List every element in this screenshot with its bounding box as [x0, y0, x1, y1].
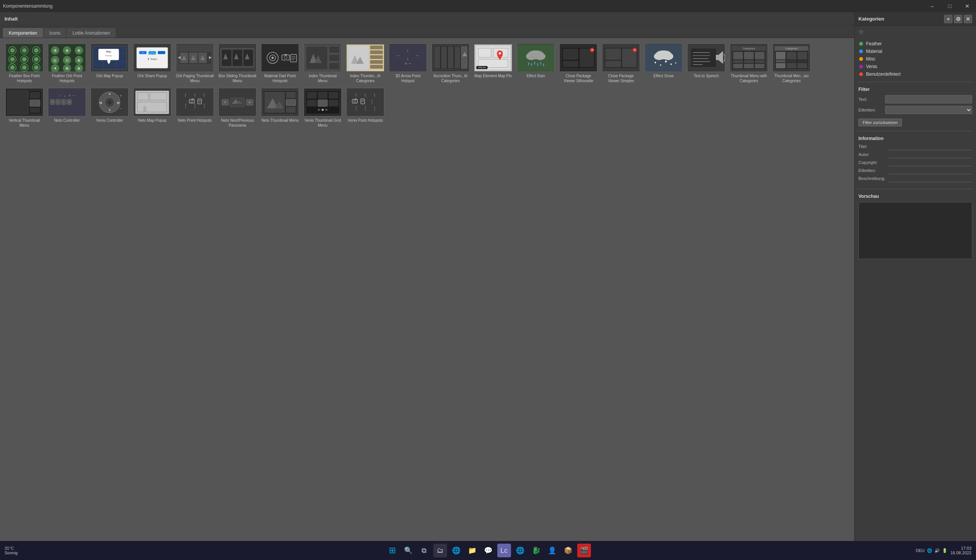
- category-feather[interactable]: Feather: [856, 40, 974, 48]
- svg-rect-179: [744, 63, 753, 68]
- tab-lottie[interactable]: Lottie Animationen: [67, 28, 116, 38]
- taskbar-app9[interactable]: 📦: [561, 543, 575, 557]
- svg-point-123: [499, 52, 501, 54]
- filter-etiketten-select[interactable]: [885, 106, 972, 114]
- component-thumb-menu-categories2[interactable]: Categories Thumbnail Men...wo Categories: [771, 42, 812, 85]
- component-material-dart-point[interactable]: Material Dart Point Hotspots: [260, 42, 300, 85]
- category-dot-feather: [859, 42, 863, 46]
- svg-rect-191: [776, 63, 785, 68]
- component-label: Feather Orb Point Hotspots: [48, 73, 86, 83]
- start-button[interactable]: ⊞: [385, 543, 399, 557]
- component-index-thumb-menu[interactable]: Index Thumbnail Menu: [302, 42, 343, 85]
- minimize-button[interactable]: –: [924, 0, 941, 12]
- taskbar-app7[interactable]: 🐉: [529, 543, 543, 557]
- svg-rect-173: [744, 52, 753, 59]
- component-neto-map-popup[interactable]: Neto Map Popup: [132, 87, 173, 129]
- filter-section: Filter Text: Etiketten: Filter zurückset…: [854, 84, 976, 129]
- svg-text:✦: ✦: [670, 62, 673, 66]
- component-index-thumb-categories[interactable]: Index Thumbn...th Categories: [345, 42, 386, 85]
- taskview-button[interactable]: ⧉: [417, 543, 431, 557]
- taskbar-app8[interactable]: 👤: [545, 543, 559, 557]
- svg-text:»: »: [68, 99, 70, 103]
- component-neto-next-prev-pan[interactable]: « » Neto Next/Previous Panorama: [217, 87, 258, 129]
- taskbar-app3[interactable]: 📁: [465, 543, 479, 557]
- component-effect-rain[interactable]: Effect Rain: [515, 42, 556, 85]
- taskbar-left: 31°C Sonnig: [5, 546, 17, 555]
- component-orb-paging-thumb[interactable]: ◀ ▶ Orb Paging Thumbnail Menu: [174, 42, 215, 85]
- taskbar-app1[interactable]: 🗂: [434, 543, 447, 557]
- tab-komponenten[interactable]: Komponenten: [3, 28, 43, 38]
- svg-text:⋮: ⋮: [354, 105, 359, 110]
- component-vertical-thumb-menu[interactable]: Vertical Thumbnail Menu: [4, 87, 45, 129]
- component-neto-controller[interactable]: « ‹ › » ↑ ↓ + − Neto Controller: [47, 87, 87, 129]
- component-feather-box-point[interactable]: Feather Box Point Hotspots: [4, 42, 45, 85]
- component-text-to-speech[interactable]: Text to Speech: [686, 42, 727, 85]
- tray-battery-icon: 🔋: [942, 548, 948, 553]
- svg-text:Node two: Node two: [478, 67, 486, 68]
- filter-etiketten-row: Etiketten:: [858, 106, 972, 114]
- component-close-pkg-silhouette[interactable]: ✕ Close Package Viewer Silhouette: [558, 42, 599, 85]
- svg-text:«: «: [224, 99, 227, 104]
- component-orb-share-popup[interactable]: Share f ⬆ Teilen Orb Share Popup: [132, 42, 173, 85]
- categories-header: Kategorien + ⚙ ✕: [854, 12, 976, 26]
- category-benutzerdefiniert[interactable]: Benutzerdefiniert: [856, 70, 974, 78]
- taskbar-app10[interactable]: 🎬: [577, 543, 591, 557]
- svg-rect-54: [148, 51, 156, 54]
- component-effect-snow[interactable]: ✦ ✦ ✦ ✦ ✦ Effect Snow: [643, 42, 684, 85]
- taskbar-app4[interactable]: 💬: [481, 543, 495, 557]
- svg-text:⋮: ⋮: [202, 103, 207, 108]
- preview-title: Vorschau: [858, 193, 972, 199]
- svg-rect-145: [606, 48, 621, 59]
- svg-rect-193: [797, 63, 807, 68]
- svg-text:◀: ◀: [99, 100, 102, 104]
- category-material[interactable]: Material: [856, 48, 974, 55]
- close-window-button[interactable]: ✕: [959, 0, 976, 12]
- category-misc[interactable]: Misc: [856, 55, 974, 63]
- component-box-sliding-thumb[interactable]: Box Sliding Thumbnail Menu: [217, 42, 258, 85]
- component-venis-point-hotspots[interactable]: ↑ ↑ ↑ ⋮ ⋮ ⋮ ⋮ Venis Po: [345, 87, 386, 129]
- svg-rect-90: [329, 46, 339, 53]
- svg-point-12: [34, 57, 38, 62]
- component-feather-orb-point[interactable]: ⊕ ⊕ ⊕ ◎ ☷ ⊕ ✦ ⊕: [47, 42, 87, 85]
- svg-text:▼: ▼: [108, 108, 112, 112]
- svg-text:⊕: ⊕: [77, 58, 80, 62]
- info-copyright-value: [889, 160, 972, 166]
- component-3d-arrow-hotspot[interactable]: ↑ ↓ ← → + − 3D Arrow Point Hotspot: [387, 42, 429, 85]
- category-label-material: Material: [866, 49, 883, 54]
- taskbar-app6[interactable]: 🌐: [513, 543, 527, 557]
- component-orb-map-popup[interactable]: Map Popup Orb Map Popup: [89, 42, 130, 85]
- svg-rect-99: [370, 55, 383, 59]
- svg-text:◀: ◀: [178, 55, 181, 59]
- component-accordion-thumb[interactable]: Accordion Thum...th Categories: [430, 42, 471, 85]
- component-thumb-menu-categories[interactable]: Categories Thumb: [728, 42, 769, 85]
- taskbar-app5[interactable]: Lc: [497, 543, 511, 557]
- categories-title: Kategorien: [858, 16, 884, 22]
- close-categories-button[interactable]: ✕: [964, 15, 972, 23]
- settings-button[interactable]: ⚙: [954, 15, 962, 23]
- svg-text:⊕: ⊕: [77, 66, 80, 70]
- component-neto-point-hotspots[interactable]: ↑ ↑ ↑ ⋮ ⋮ ⋮: [174, 87, 215, 129]
- svg-rect-166: [716, 55, 718, 60]
- filter-text-input[interactable]: [885, 95, 972, 103]
- component-venis-controller[interactable]: ▲ ▼ ◀ ▶ + − Venis Controller: [89, 87, 130, 129]
- svg-text:↓: ↓: [64, 93, 66, 98]
- preview-area: [858, 202, 972, 259]
- component-neto-thumb-menu[interactable]: Neto Thumbnail Menu: [260, 87, 300, 129]
- component-close-pkg-simplex[interactable]: ✕ Close Package Viewer Simplex: [601, 42, 642, 85]
- svg-rect-114: [461, 47, 467, 68]
- add-category-button[interactable]: +: [944, 15, 953, 23]
- component-map-element-pin[interactable]: Node two Map Element Map Pin: [472, 42, 514, 85]
- svg-rect-176: [744, 60, 753, 63]
- filter-reset-button[interactable]: Filter zurücksetzen: [858, 119, 902, 126]
- taskbar-right: DEU 🌐 🔊 🔋 17:03 16.08.2022: [916, 546, 971, 555]
- tab-icons[interactable]: Icons: [44, 28, 66, 38]
- tray-network-icon: 🌐: [927, 548, 932, 553]
- component-venis-thumb-grid[interactable]: Venis Thumbnail Grid Menu: [302, 87, 343, 129]
- svg-text:+: +: [120, 93, 122, 98]
- maximize-button[interactable]: □: [941, 0, 959, 12]
- svg-rect-190: [797, 60, 807, 62]
- tabs-bar: Komponenten Icons Lottie Animationen: [0, 26, 854, 38]
- category-venis[interactable]: Venis: [856, 63, 974, 70]
- search-button[interactable]: 🔍: [401, 543, 415, 557]
- taskbar-app2[interactable]: 🌐: [449, 543, 463, 557]
